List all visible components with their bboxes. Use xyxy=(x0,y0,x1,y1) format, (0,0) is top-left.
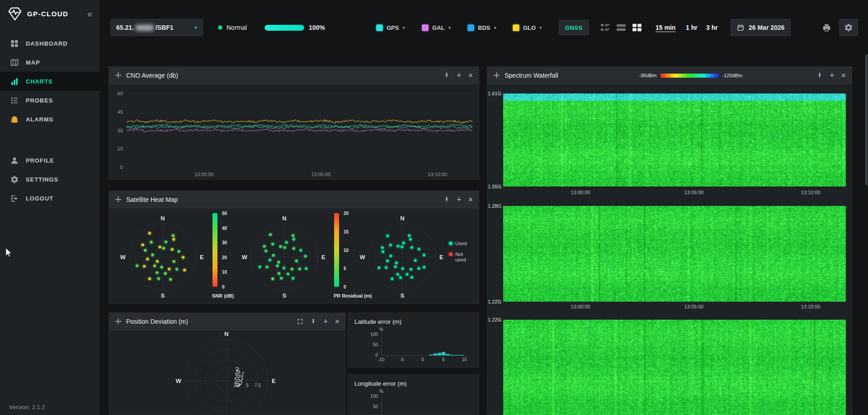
sidebar-item-map[interactable]: MAP xyxy=(0,53,99,72)
sidebar-item-alarms[interactable]: ALARMS xyxy=(0,110,99,129)
waterfall-band-l2-canvas[interactable] xyxy=(503,206,846,302)
printer-icon xyxy=(822,23,831,33)
colorbar-tick: 30 xyxy=(222,240,227,245)
move-icon[interactable] xyxy=(115,196,122,203)
range-3hr[interactable]: 3 hr xyxy=(706,19,718,36)
print-button[interactable] xyxy=(822,19,831,36)
bds-checkbox[interactable] xyxy=(467,24,474,31)
add-icon[interactable]: + xyxy=(457,196,462,204)
snr-skyplot-canvas[interactable] xyxy=(118,211,208,301)
chevron-down-icon[interactable]: ▾ xyxy=(448,25,451,30)
constellation-toggle-glo[interactable]: GLO ▾ xyxy=(513,19,542,36)
used-satellites-skyplot-canvas[interactable] xyxy=(357,211,448,301)
waterfall-band-l5-canvas[interactable] xyxy=(503,320,846,415)
sidebar-item-profile[interactable]: PROFILE xyxy=(0,151,99,170)
scrollbar-thumb[interactable] xyxy=(865,54,868,185)
time-tick: 13:05:00 xyxy=(684,304,704,309)
freq-label: 1.28G xyxy=(487,203,501,209)
panel-header: CNO Average (db) + × xyxy=(109,67,479,84)
sidebar-item-label: ALARMS xyxy=(26,116,53,123)
sidebar-item-settings[interactable]: SETTINGS xyxy=(0,170,99,189)
panel-title: Spectrum Waterfall xyxy=(505,72,558,79)
close-icon[interactable]: × xyxy=(468,71,473,79)
panel-satellite-heatmap: Satellite Heat Map + × 50403020100 SNR (… xyxy=(108,191,479,304)
cno-chart-canvas[interactable] xyxy=(109,84,479,179)
glo-checkbox[interactable] xyxy=(513,24,519,31)
chevron-down-icon[interactable]: ▾ xyxy=(494,25,496,30)
colorbar-tick: 0 xyxy=(344,284,346,289)
panel-spectrum-waterfall: Spectrum Waterfall + × -80dBm -120dBm 1.… xyxy=(487,66,852,415)
primary-nav: DASHBOARD MAP CHARTS PROBES ALARMS P xyxy=(0,34,99,208)
gal-checkbox[interactable] xyxy=(422,24,429,31)
date-label: 26 Mar 2026 xyxy=(749,24,784,31)
panel-cno-average: CNO Average (db) + × xyxy=(108,66,479,180)
pr-residual-skyplot-canvas[interactable] xyxy=(239,211,330,301)
constellation-toggle-bds[interactable]: BDS ▾ xyxy=(467,19,496,36)
version-label: Version: 2.1.2 xyxy=(9,404,45,410)
constellation-toggle-gal[interactable]: GAL ▾ xyxy=(422,19,451,36)
colorbar-tick: 0 xyxy=(222,284,225,289)
grid-view-icon[interactable] xyxy=(632,23,642,32)
pin-icon[interactable] xyxy=(816,72,823,79)
range-1hr[interactable]: 1 hr xyxy=(686,19,698,36)
sidebar: GP-CLOUD « DASHBOARD MAP CHARTS PROBES xyxy=(0,0,99,415)
sidebar-item-dashboard[interactable]: DASHBOARD xyxy=(0,34,99,53)
move-icon[interactable] xyxy=(493,72,500,79)
snr-colorbar-label: SNR (dB) xyxy=(212,293,234,298)
range-15min[interactable]: 15 min xyxy=(656,19,675,36)
waterfall-band-l1-canvas[interactable] xyxy=(503,93,846,187)
pin-icon[interactable] xyxy=(443,72,450,79)
panel-longitude-error: Longitude error (m) xyxy=(348,374,479,415)
rows-view-icon[interactable] xyxy=(616,23,626,32)
gear-icon xyxy=(10,175,19,184)
pin-icon[interactable] xyxy=(443,196,450,203)
sidebar-collapse-button[interactable]: « xyxy=(87,9,92,18)
settings-button[interactable] xyxy=(839,19,858,36)
close-icon[interactable]: × xyxy=(335,317,340,326)
gear-icon xyxy=(844,23,853,32)
expand-icon[interactable] xyxy=(297,318,303,325)
chevron-down-icon: ▾ xyxy=(194,25,197,30)
person-icon xyxy=(10,156,19,165)
close-icon[interactable]: × xyxy=(468,196,473,204)
latitude-error-canvas[interactable] xyxy=(353,326,475,364)
sidebar-item-charts[interactable]: CHARTS xyxy=(0,72,99,91)
bell-icon xyxy=(10,115,19,124)
signal-progress: 100% xyxy=(264,19,325,36)
panel-title: Latitude error (m) xyxy=(348,313,479,325)
nav-divider xyxy=(0,129,99,151)
pin-icon[interactable] xyxy=(310,318,316,325)
add-icon[interactable]: + xyxy=(830,71,835,79)
list-detail-view-icon[interactable] xyxy=(600,23,610,32)
colorbar-tick: 15 xyxy=(344,229,349,234)
logout-icon xyxy=(10,194,19,203)
constellation-toggle-gps[interactable]: GPS ▾ xyxy=(376,19,405,36)
brand-header: GP-CLOUD « xyxy=(0,0,99,25)
gnss-button[interactable]: GNSS xyxy=(559,20,589,35)
glo-label: GLO xyxy=(523,24,536,31)
position-deviation-canvas[interactable] xyxy=(109,330,345,415)
progress-fill xyxy=(264,25,304,31)
longitude-error-canvas[interactable] xyxy=(353,388,475,415)
sidebar-item-logout[interactable]: LOGOUT xyxy=(0,189,99,208)
move-icon[interactable] xyxy=(115,72,122,79)
chevron-down-icon[interactable]: ▾ xyxy=(539,25,542,30)
add-icon[interactable]: + xyxy=(323,317,328,326)
legend-not-used-label: Not used xyxy=(455,252,470,262)
sidebar-item-label: CHARTS xyxy=(26,78,53,85)
heatmap-legend: Used Not used xyxy=(449,241,470,262)
color-scale-gradient xyxy=(660,74,719,78)
station-masked-value xyxy=(136,25,154,31)
move-icon[interactable] xyxy=(115,318,122,325)
close-icon[interactable]: × xyxy=(841,71,846,79)
station-select[interactable]: 65.21./SBF1 ▾ xyxy=(110,19,203,36)
add-icon[interactable]: + xyxy=(457,71,462,79)
legend-item-used: Used xyxy=(449,241,470,246)
time-tick: 13:10:00 xyxy=(801,304,821,309)
gps-checkbox[interactable] xyxy=(376,24,383,31)
sidebar-item-probes[interactable]: PROBES xyxy=(0,91,99,110)
colorbar-tick: 40 xyxy=(222,226,227,231)
chevron-down-icon[interactable]: ▾ xyxy=(402,25,405,30)
date-picker[interactable]: 26 Mar 2026 xyxy=(731,19,791,36)
used-dot xyxy=(449,242,453,245)
